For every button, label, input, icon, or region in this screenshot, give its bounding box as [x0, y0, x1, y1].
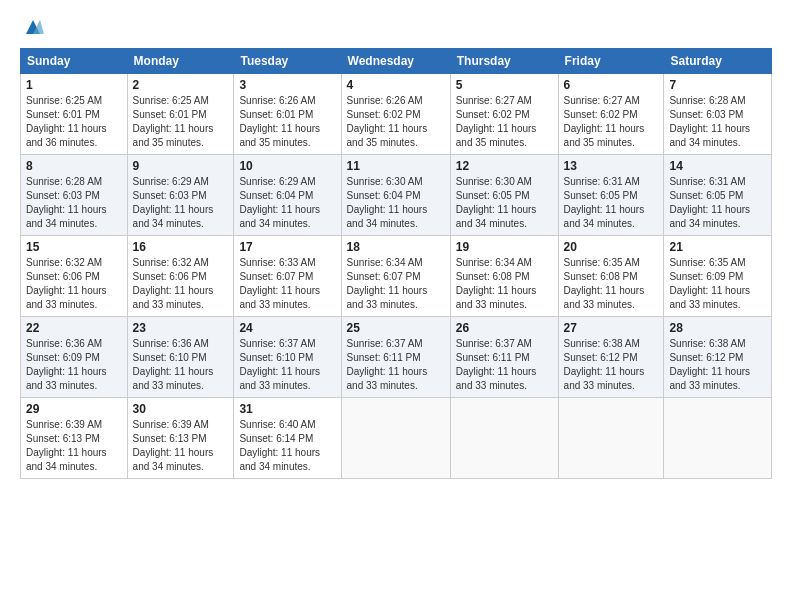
- calendar-cell: 15Sunrise: 6:32 AMSunset: 6:06 PMDayligh…: [21, 236, 128, 317]
- day-number: 30: [133, 402, 229, 416]
- day-number: 6: [564, 78, 659, 92]
- day-info: Sunrise: 6:34 AMSunset: 6:07 PMDaylight:…: [347, 256, 445, 312]
- day-info: Sunrise: 6:39 AMSunset: 6:13 PMDaylight:…: [133, 418, 229, 474]
- day-number: 13: [564, 159, 659, 173]
- day-number: 19: [456, 240, 553, 254]
- day-info: Sunrise: 6:26 AMSunset: 6:01 PMDaylight:…: [239, 94, 335, 150]
- calendar-cell: 16Sunrise: 6:32 AMSunset: 6:06 PMDayligh…: [127, 236, 234, 317]
- calendar-cell: 30Sunrise: 6:39 AMSunset: 6:13 PMDayligh…: [127, 398, 234, 479]
- calendar-week-4: 22Sunrise: 6:36 AMSunset: 6:09 PMDayligh…: [21, 317, 772, 398]
- day-number: 5: [456, 78, 553, 92]
- calendar-cell: 19Sunrise: 6:34 AMSunset: 6:08 PMDayligh…: [450, 236, 558, 317]
- day-number: 9: [133, 159, 229, 173]
- day-info: Sunrise: 6:38 AMSunset: 6:12 PMDaylight:…: [564, 337, 659, 393]
- day-info: Sunrise: 6:32 AMSunset: 6:06 PMDaylight:…: [26, 256, 122, 312]
- calendar-cell: 28Sunrise: 6:38 AMSunset: 6:12 PMDayligh…: [664, 317, 772, 398]
- day-info: Sunrise: 6:34 AMSunset: 6:08 PMDaylight:…: [456, 256, 553, 312]
- calendar-cell: 4Sunrise: 6:26 AMSunset: 6:02 PMDaylight…: [341, 74, 450, 155]
- logo-icon: [22, 16, 44, 38]
- day-number: 12: [456, 159, 553, 173]
- day-number: 23: [133, 321, 229, 335]
- calendar-cell: [558, 398, 664, 479]
- calendar-header-saturday: Saturday: [664, 49, 772, 74]
- day-number: 14: [669, 159, 766, 173]
- calendar-cell: 26Sunrise: 6:37 AMSunset: 6:11 PMDayligh…: [450, 317, 558, 398]
- calendar-cell: 21Sunrise: 6:35 AMSunset: 6:09 PMDayligh…: [664, 236, 772, 317]
- calendar-cell: 24Sunrise: 6:37 AMSunset: 6:10 PMDayligh…: [234, 317, 341, 398]
- day-info: Sunrise: 6:30 AMSunset: 6:05 PMDaylight:…: [456, 175, 553, 231]
- calendar-header-friday: Friday: [558, 49, 664, 74]
- day-info: Sunrise: 6:35 AMSunset: 6:08 PMDaylight:…: [564, 256, 659, 312]
- calendar-week-1: 1Sunrise: 6:25 AMSunset: 6:01 PMDaylight…: [21, 74, 772, 155]
- calendar-cell: 25Sunrise: 6:37 AMSunset: 6:11 PMDayligh…: [341, 317, 450, 398]
- calendar-header-row: SundayMondayTuesdayWednesdayThursdayFrid…: [21, 49, 772, 74]
- day-number: 3: [239, 78, 335, 92]
- calendar-week-3: 15Sunrise: 6:32 AMSunset: 6:06 PMDayligh…: [21, 236, 772, 317]
- day-info: Sunrise: 6:40 AMSunset: 6:14 PMDaylight:…: [239, 418, 335, 474]
- calendar-cell: 20Sunrise: 6:35 AMSunset: 6:08 PMDayligh…: [558, 236, 664, 317]
- calendar-cell: 9Sunrise: 6:29 AMSunset: 6:03 PMDaylight…: [127, 155, 234, 236]
- day-info: Sunrise: 6:37 AMSunset: 6:10 PMDaylight:…: [239, 337, 335, 393]
- day-info: Sunrise: 6:31 AMSunset: 6:05 PMDaylight:…: [564, 175, 659, 231]
- calendar-cell: 1Sunrise: 6:25 AMSunset: 6:01 PMDaylight…: [21, 74, 128, 155]
- day-number: 10: [239, 159, 335, 173]
- day-info: Sunrise: 6:27 AMSunset: 6:02 PMDaylight:…: [456, 94, 553, 150]
- day-info: Sunrise: 6:26 AMSunset: 6:02 PMDaylight:…: [347, 94, 445, 150]
- calendar-cell: 8Sunrise: 6:28 AMSunset: 6:03 PMDaylight…: [21, 155, 128, 236]
- day-info: Sunrise: 6:37 AMSunset: 6:11 PMDaylight:…: [347, 337, 445, 393]
- calendar-week-5: 29Sunrise: 6:39 AMSunset: 6:13 PMDayligh…: [21, 398, 772, 479]
- day-number: 4: [347, 78, 445, 92]
- calendar-cell: 23Sunrise: 6:36 AMSunset: 6:10 PMDayligh…: [127, 317, 234, 398]
- calendar-cell: 7Sunrise: 6:28 AMSunset: 6:03 PMDaylight…: [664, 74, 772, 155]
- calendar-header-thursday: Thursday: [450, 49, 558, 74]
- day-number: 8: [26, 159, 122, 173]
- day-info: Sunrise: 6:36 AMSunset: 6:10 PMDaylight:…: [133, 337, 229, 393]
- day-info: Sunrise: 6:35 AMSunset: 6:09 PMDaylight:…: [669, 256, 766, 312]
- calendar-cell: 18Sunrise: 6:34 AMSunset: 6:07 PMDayligh…: [341, 236, 450, 317]
- calendar-cell: 11Sunrise: 6:30 AMSunset: 6:04 PMDayligh…: [341, 155, 450, 236]
- day-info: Sunrise: 6:37 AMSunset: 6:11 PMDaylight:…: [456, 337, 553, 393]
- calendar-cell: 6Sunrise: 6:27 AMSunset: 6:02 PMDaylight…: [558, 74, 664, 155]
- day-number: 2: [133, 78, 229, 92]
- calendar-header-sunday: Sunday: [21, 49, 128, 74]
- day-number: 17: [239, 240, 335, 254]
- day-info: Sunrise: 6:38 AMSunset: 6:12 PMDaylight:…: [669, 337, 766, 393]
- day-number: 7: [669, 78, 766, 92]
- day-number: 31: [239, 402, 335, 416]
- day-number: 15: [26, 240, 122, 254]
- page: SundayMondayTuesdayWednesdayThursdayFrid…: [0, 0, 792, 489]
- calendar-body: 1Sunrise: 6:25 AMSunset: 6:01 PMDaylight…: [21, 74, 772, 479]
- day-number: 21: [669, 240, 766, 254]
- day-info: Sunrise: 6:39 AMSunset: 6:13 PMDaylight:…: [26, 418, 122, 474]
- calendar-cell: 14Sunrise: 6:31 AMSunset: 6:05 PMDayligh…: [664, 155, 772, 236]
- calendar-cell: [341, 398, 450, 479]
- day-info: Sunrise: 6:29 AMSunset: 6:04 PMDaylight:…: [239, 175, 335, 231]
- calendar-cell: 17Sunrise: 6:33 AMSunset: 6:07 PMDayligh…: [234, 236, 341, 317]
- calendar-table: SundayMondayTuesdayWednesdayThursdayFrid…: [20, 48, 772, 479]
- calendar-header-monday: Monday: [127, 49, 234, 74]
- calendar-cell: 31Sunrise: 6:40 AMSunset: 6:14 PMDayligh…: [234, 398, 341, 479]
- calendar-cell: 13Sunrise: 6:31 AMSunset: 6:05 PMDayligh…: [558, 155, 664, 236]
- day-info: Sunrise: 6:28 AMSunset: 6:03 PMDaylight:…: [669, 94, 766, 150]
- calendar-cell: [450, 398, 558, 479]
- calendar-cell: 27Sunrise: 6:38 AMSunset: 6:12 PMDayligh…: [558, 317, 664, 398]
- day-info: Sunrise: 6:30 AMSunset: 6:04 PMDaylight:…: [347, 175, 445, 231]
- calendar-cell: 3Sunrise: 6:26 AMSunset: 6:01 PMDaylight…: [234, 74, 341, 155]
- day-info: Sunrise: 6:25 AMSunset: 6:01 PMDaylight:…: [26, 94, 122, 150]
- header: [20, 16, 772, 38]
- day-number: 16: [133, 240, 229, 254]
- calendar-cell: 12Sunrise: 6:30 AMSunset: 6:05 PMDayligh…: [450, 155, 558, 236]
- calendar-cell: 29Sunrise: 6:39 AMSunset: 6:13 PMDayligh…: [21, 398, 128, 479]
- day-info: Sunrise: 6:25 AMSunset: 6:01 PMDaylight:…: [133, 94, 229, 150]
- calendar-cell: [664, 398, 772, 479]
- day-number: 25: [347, 321, 445, 335]
- calendar-cell: 2Sunrise: 6:25 AMSunset: 6:01 PMDaylight…: [127, 74, 234, 155]
- day-number: 27: [564, 321, 659, 335]
- day-number: 28: [669, 321, 766, 335]
- calendar-cell: 10Sunrise: 6:29 AMSunset: 6:04 PMDayligh…: [234, 155, 341, 236]
- day-info: Sunrise: 6:36 AMSunset: 6:09 PMDaylight:…: [26, 337, 122, 393]
- day-number: 22: [26, 321, 122, 335]
- calendar-header-wednesday: Wednesday: [341, 49, 450, 74]
- day-number: 24: [239, 321, 335, 335]
- day-info: Sunrise: 6:29 AMSunset: 6:03 PMDaylight:…: [133, 175, 229, 231]
